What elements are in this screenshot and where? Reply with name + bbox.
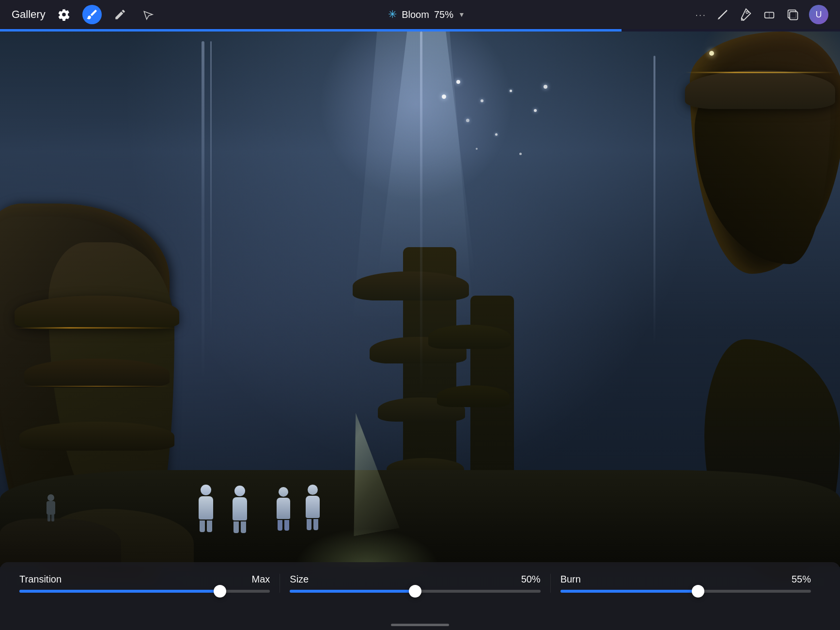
mush-cap-left-1 (15, 296, 179, 330)
settings-icon[interactable] (54, 5, 74, 24)
arrow-tool-icon[interactable] (139, 5, 158, 24)
canvas-area: Transition Max Size 50% (0, 32, 840, 630)
figure-bg-left (44, 494, 58, 523)
topbar: Gallery ✳ Bloom 75% ▼ ··· (0, 0, 840, 29)
figure-1 (194, 485, 218, 533)
figure-2 (228, 486, 252, 534)
waterfall-right (653, 56, 655, 346)
bloom-label: Bloom (402, 9, 429, 20)
mush-cap-p2-2 (437, 385, 510, 407)
waterfall-left (202, 41, 204, 380)
transition-slider-track[interactable] (19, 590, 270, 593)
mush-cap-center-1 (353, 271, 469, 300)
particle-6 (534, 109, 537, 112)
particle-3 (510, 90, 512, 92)
pencil-icon[interactable] (716, 8, 730, 21)
dropdown-arrow-icon[interactable]: ▼ (458, 11, 465, 18)
size-slider-header: Size 50% (290, 574, 540, 585)
size-slider-track[interactable] (290, 590, 540, 593)
particles-container (437, 70, 558, 191)
more-options-icon[interactable]: ··· (695, 9, 706, 20)
transition-slider-thumb (214, 585, 226, 598)
eraser-icon[interactable] (762, 8, 776, 21)
burn-slider-thumb (692, 585, 704, 598)
size-value: 50% (521, 574, 541, 585)
burn-slider-track[interactable] (560, 590, 811, 593)
smudge-tool-icon[interactable] (110, 5, 130, 24)
sliders-row: Transition Max Size 50% (19, 574, 821, 593)
transition-slider-header: Transition Max (19, 574, 270, 585)
waterfall-center (420, 32, 422, 395)
brush-tool-icon[interactable] (82, 5, 102, 24)
particle-8 (519, 153, 522, 155)
progress-bar (0, 29, 622, 32)
mush-cap-p2-1 (428, 325, 511, 349)
particle-1 (456, 80, 460, 84)
particle-5 (495, 133, 498, 136)
transition-label: Transition (19, 574, 62, 585)
gold-rim-2 (24, 386, 170, 387)
mush-cap-left-2 (24, 359, 170, 388)
gold-rim-1 (15, 327, 179, 329)
svg-point-2 (746, 11, 748, 14)
rock-pile-far-left (0, 519, 121, 567)
avatar-initial: U (815, 10, 822, 20)
scroll-indicator (391, 624, 449, 626)
figure-4 (300, 485, 325, 533)
topbar-left: Gallery (12, 5, 158, 24)
particle-9 (544, 85, 547, 89)
svg-rect-6 (790, 12, 797, 19)
user-avatar[interactable]: U (809, 5, 828, 24)
sparkle-top-right (704, 46, 719, 61)
burn-label: Burn (560, 574, 581, 585)
transition-value: Max (252, 574, 270, 585)
particle-2 (481, 99, 483, 102)
transition-slider-fill (19, 590, 220, 593)
bloom-icon: ✳ (388, 8, 397, 21)
floor-glow (294, 528, 439, 567)
layers-icon[interactable] (786, 8, 799, 21)
size-slider-thumb (409, 585, 421, 598)
burn-slider-group: Burn 55% (551, 574, 821, 593)
size-slider-group: Size 50% (280, 574, 550, 593)
burn-slider-header: Burn 55% (560, 574, 811, 585)
gallery-button[interactable]: Gallery (12, 8, 46, 21)
particle-7 (476, 148, 478, 150)
mush-cap-right-1 (685, 70, 835, 109)
particle-4 (466, 119, 469, 122)
figure-3 (271, 487, 296, 533)
topbar-center: ✳ Bloom 75% ▼ (388, 8, 465, 21)
topbar-right: ··· U (695, 5, 828, 24)
bloom-percent: 75% (434, 9, 453, 20)
burn-value: 55% (792, 574, 811, 585)
mush-cap-left-3 (19, 422, 174, 451)
size-label: Size (290, 574, 309, 585)
transition-slider-group: Transition Max (19, 574, 280, 593)
svg-line-0 (719, 11, 727, 18)
burn-slider-fill (560, 590, 699, 593)
bottom-panel: Transition Max Size 50% (0, 562, 840, 630)
particle-star (442, 94, 446, 99)
waterfall-left-2 (210, 41, 212, 332)
size-slider-fill (290, 590, 415, 593)
pen-icon[interactable] (739, 8, 753, 21)
gold-rim-right-1 (685, 72, 835, 73)
